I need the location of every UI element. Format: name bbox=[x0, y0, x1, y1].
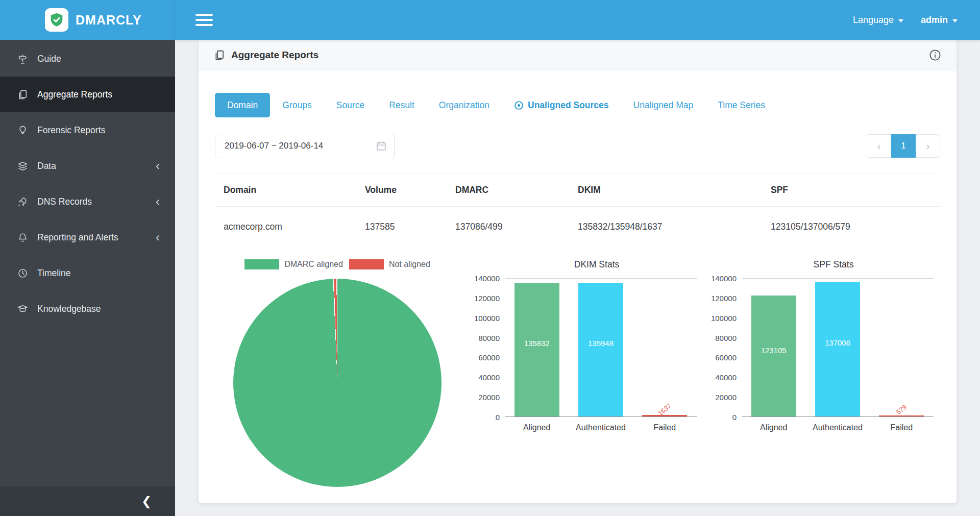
bar-value-label: 135832 bbox=[514, 339, 559, 348]
tab-label: Time Series bbox=[718, 100, 765, 111]
cell-dkim: 135832/135948/1637 bbox=[569, 207, 762, 248]
tab-organization[interactable]: Organization bbox=[427, 93, 502, 117]
sidebar-item-timeline[interactable]: Timeline bbox=[0, 255, 175, 291]
tab-unaligned-map[interactable]: Unaligned Map bbox=[621, 93, 706, 117]
tab-source[interactable]: Source bbox=[324, 93, 377, 117]
bar-authenticated: 135948 bbox=[578, 283, 623, 416]
tab-domain[interactable]: Domain bbox=[215, 93, 270, 117]
y-tick-label: 80000 bbox=[715, 333, 737, 342]
topbar: Language admin bbox=[175, 0, 980, 40]
sidebar-item-data[interactable]: Data ‹ bbox=[0, 148, 175, 184]
pagination: ‹ 1 › bbox=[867, 134, 940, 158]
filter-row: 2019-06-07 ~ 2019-06-14 ‹ 1 › bbox=[215, 134, 940, 158]
x-tick-label: Aligned bbox=[505, 423, 569, 432]
dmarcly-logo bbox=[45, 8, 68, 32]
brand-area: DMARCLY bbox=[0, 0, 175, 40]
dmarc-pie bbox=[233, 279, 442, 487]
sidebar-item-label: DNS Records bbox=[37, 196, 92, 207]
shield-icon bbox=[48, 12, 65, 28]
page-number: 1 bbox=[901, 141, 905, 151]
bar-failed: 1637 bbox=[642, 415, 687, 416]
main-content: Aggregate Reports Domain Groups Source R… bbox=[175, 40, 980, 516]
language-label: Language bbox=[853, 15, 894, 26]
date-range-value: 2019-06-07 ~ 2019-06-14 bbox=[225, 141, 323, 151]
chevron-down-icon bbox=[898, 19, 903, 22]
card-header: Aggregate Reports bbox=[199, 40, 957, 70]
cell-domain: acmecorp.com bbox=[215, 207, 356, 248]
charts-row: DMARC aligned Not aligned DKIM Stats bbox=[215, 259, 940, 487]
bar-value-label: 135948 bbox=[578, 339, 623, 348]
language-dropdown[interactable]: Language bbox=[853, 15, 903, 26]
tab-label: Unaligned Map bbox=[633, 100, 694, 111]
user-menu[interactable]: admin bbox=[921, 15, 958, 26]
tab-unaligned-sources[interactable]: Unaligned Sources bbox=[502, 93, 621, 117]
legend-swatch-notaligned bbox=[349, 259, 384, 269]
sidebar-item-aggregate-reports[interactable]: Aggregate Reports bbox=[0, 77, 175, 112]
date-range-picker[interactable]: 2019-06-07 ~ 2019-06-14 bbox=[215, 134, 395, 158]
sidebar-item-label: Aggregate Reports bbox=[37, 89, 112, 100]
bar-aligned: 135832 bbox=[514, 283, 559, 416]
y-tick-label: 100000 bbox=[711, 313, 737, 322]
column-header: DKIM bbox=[569, 174, 762, 207]
y-tick-label: 20000 bbox=[715, 393, 737, 402]
menu-toggle-button[interactable] bbox=[195, 14, 213, 26]
aggregate-reports-icon bbox=[17, 89, 28, 100]
tab-time-series[interactable]: Time Series bbox=[705, 93, 777, 117]
sidebar-footer: ❮ bbox=[0, 486, 175, 516]
sidebar-item-label: Timeline bbox=[37, 268, 70, 279]
tab-result[interactable]: Result bbox=[377, 93, 427, 117]
y-tick-label: 60000 bbox=[478, 353, 500, 362]
guide-icon bbox=[17, 54, 28, 64]
bar-failed: 579 bbox=[879, 415, 924, 416]
plot-area: 1358321359481637 bbox=[505, 278, 697, 417]
dmarc-pie-section: DMARC aligned Not aligned bbox=[215, 259, 460, 487]
legend-label: Not aligned bbox=[389, 260, 430, 269]
collapse-sidebar-button[interactable]: ❮ bbox=[141, 494, 152, 508]
bar-value-label: 1637 bbox=[656, 402, 673, 417]
x-tick-label: Authenticated bbox=[805, 423, 869, 432]
y-tick-label: 40000 bbox=[478, 373, 500, 382]
sidebar-item-dns-records[interactable]: DNS Records ‹ bbox=[0, 184, 175, 219]
sidebar-item-knowledgebase[interactable]: Knowledgebase bbox=[0, 291, 175, 327]
report-tabs: Domain Groups Source Result Organization… bbox=[215, 93, 940, 117]
legend-item-aligned: DMARC aligned bbox=[244, 259, 343, 269]
plot-area: 123105137006579 bbox=[742, 278, 934, 417]
graduation-cap-icon bbox=[17, 304, 28, 314]
sidebar-item-forensic-reports[interactable]: Forensic Reports bbox=[0, 112, 175, 148]
table-row: acmecorp.com 137585 137086/499 135832/13… bbox=[215, 207, 940, 248]
x-tick-label: Failed bbox=[870, 423, 934, 432]
info-icon[interactable] bbox=[929, 49, 941, 61]
tab-label: Source bbox=[336, 100, 364, 111]
chevron-left-icon: ‹ bbox=[156, 195, 160, 208]
y-tick-label: 60000 bbox=[715, 353, 737, 362]
card-body: Domain Groups Source Result Organization… bbox=[199, 93, 957, 487]
reports-icon bbox=[214, 50, 225, 61]
bar-value-label: 137006 bbox=[815, 338, 860, 347]
x-tick-label: Failed bbox=[633, 423, 697, 432]
y-tick-label: 140000 bbox=[474, 274, 500, 283]
legend-swatch-aligned bbox=[244, 259, 279, 269]
column-header: SPF bbox=[762, 174, 940, 207]
page-title: Aggregate Reports bbox=[231, 50, 318, 61]
y-tick-label: 20000 bbox=[478, 393, 500, 402]
legend-label: DMARC aligned bbox=[284, 260, 343, 269]
cell-dmarc: 137086/499 bbox=[447, 207, 569, 248]
rocket-icon bbox=[17, 196, 28, 207]
prev-page-button[interactable]: ‹ bbox=[867, 134, 891, 158]
x-tick-label: Authenticated bbox=[569, 423, 632, 432]
page-1-button[interactable]: 1 bbox=[891, 134, 916, 158]
sidebar-item-guide[interactable]: Guide bbox=[0, 41, 175, 77]
next-page-button[interactable]: › bbox=[916, 134, 940, 158]
sidebar-item-label: Forensic Reports bbox=[37, 125, 105, 136]
tab-label: Unaligned Sources bbox=[528, 100, 609, 111]
layers-icon bbox=[17, 161, 28, 171]
chevron-left-icon: ‹ bbox=[156, 231, 160, 243]
tab-label: Groups bbox=[282, 100, 311, 111]
y-axis: 020000400006000080000100000120000140000 bbox=[466, 278, 505, 417]
tab-groups[interactable]: Groups bbox=[270, 93, 324, 117]
bar-authenticated: 137006 bbox=[815, 282, 860, 416]
sidebar-item-reporting-and-alerts[interactable]: Reporting and Alerts ‹ bbox=[0, 219, 175, 255]
bar-aligned: 123105 bbox=[751, 296, 796, 416]
bar-value-label: 579 bbox=[895, 403, 908, 416]
sidebar-item-label: Knowledgebase bbox=[37, 304, 101, 314]
